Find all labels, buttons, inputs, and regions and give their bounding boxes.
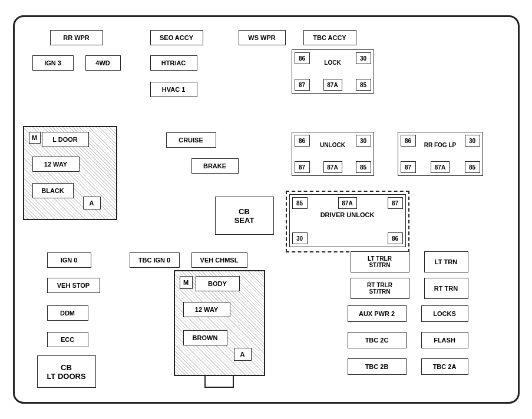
l-door-connector: M L DOOR 12 WAY BLACK A [23,126,117,220]
a2-box: A [234,348,252,361]
seo-accy-box: SEO ACCY [150,30,203,45]
cb-lt-doors-text: CB LT DOORS [47,363,85,381]
pdm-box: 85 87A 87 DRIVER UNLOCK 30 86 PDM [286,191,409,252]
lock-pin85: 85 [356,79,371,91]
aux-pwr2-box: AUX PWR 2 [348,305,407,322]
rr-wpr-box: RR WPR [50,30,103,45]
locks-box: LOCKS [421,305,468,322]
tbc-ign0-box: TBC IGN 0 [130,252,180,268]
unlock-pin87: 87 [295,161,310,173]
lt-trlr-box: LT TRLR ST/TRN [351,251,409,272]
ecc-box: ECC [47,332,88,347]
rt-trn-box: RT TRN [424,278,468,299]
driver-unlock-pin87a: 87A [338,197,357,209]
tbc-2c-box: TBC 2C [348,332,407,348]
unlock-label: UNLOCK [292,142,374,148]
l-door-box: L DOOR [42,132,89,147]
driver-unlock-pin85: 85 [292,197,308,209]
veh-stop-box: VEH STOP [47,278,100,293]
ign3-box: IGN 3 [32,55,74,71]
lock-pin87a: 87A [323,79,342,91]
cb-lt-doors-box: CB LT DOORS [37,355,96,388]
unlock-relay-box: 86 30 UNLOCK 87 87A 85 [292,132,374,176]
body-box: BODY [196,276,240,291]
rt-trlr-text: RT TRLR ST/TRN [367,282,392,295]
tbc-2a-box: TBC 2A [421,358,468,375]
driver-unlock-pin87: 87 [388,197,403,209]
lt-trlr-text: LT TRLR ST/TRN [368,255,392,268]
brown-box: BROWN [183,330,227,345]
cruise-box: CRUISE [166,132,216,148]
htr-ac-box: HTR/AC [150,55,197,71]
lock-pin87: 87 [295,79,310,91]
rr-fog-pin85: 85 [465,161,480,173]
cb-seat-text: CB SEAT [234,207,255,225]
hvac1-box: HVAC 1 [150,82,197,97]
body-connector: M BODY 12 WAY BROWN A [174,270,265,376]
unlock-pin87a: 87A [323,161,342,173]
rt-trlr-box: RT TRLR ST/TRN [351,278,409,299]
rr-fog-pin87a: 87A [431,161,450,173]
brake-box: BRAKE [191,158,239,174]
ws-wpr-box: WS WPR [239,30,286,45]
flash-box: FLASH [421,332,468,348]
m1-label: M [29,132,41,144]
12way1-box: 12 WAY [32,157,80,172]
a1-box: A [83,197,101,210]
connector-tab [204,375,234,388]
tbc-2b-box: TBC 2B [348,358,407,375]
cb-seat-box: CB SEAT [215,197,274,235]
rr-fog-label: RR FOG LP [398,142,483,148]
fwd-box: 4WD [85,55,121,71]
lock-label: LOCK [292,59,374,66]
driver-unlock-pin30: 30 [292,232,308,244]
rr-fog-relay-box: 86 30 RR FOG LP 87 87A 85 [398,132,483,176]
driver-unlock-label: DRIVER UNLOCK [290,211,405,218]
rr-fog-pin87: 87 [401,161,416,173]
veh-chmsl-box: VEH CHMSL [191,252,247,268]
12way2-box: 12 WAY [183,302,230,317]
tbc-accy-box: TBC ACCY [303,30,356,45]
lt-trn-box: LT TRN [424,251,468,272]
unlock-pin85: 85 [356,161,371,173]
ddm-box: DDM [47,305,88,321]
main-diagram: RR WPR SEO ACCY WS WPR TBC ACCY IGN 3 4W… [13,15,520,404]
black-box: BLACK [32,183,74,198]
lock-relay-box: 86 30 LOCK 87 87A 85 [292,49,374,94]
driver-unlock-pin86: 86 [388,232,403,244]
m2-label: M [180,276,193,289]
ign0-box: IGN 0 [47,252,91,268]
